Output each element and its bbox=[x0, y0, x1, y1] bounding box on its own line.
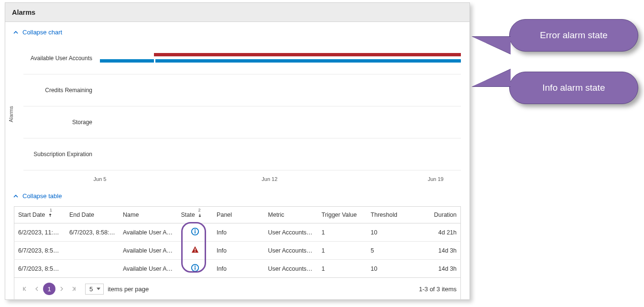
cell-name: Available User Ac… bbox=[119, 260, 177, 278]
col-label: Threshold bbox=[371, 212, 397, 218]
x-tick: Jun 5 bbox=[94, 176, 107, 182]
info-icon bbox=[191, 264, 199, 272]
chart-row-available-user-accounts: Available User Accounts bbox=[23, 42, 461, 74]
alarms-table: Start Date 1 End Date Name State 2 Panel… bbox=[14, 206, 461, 278]
warning-icon bbox=[191, 245, 199, 254]
chart-row-label: Subscription Expiration bbox=[23, 151, 95, 158]
col-panel[interactable]: Panel bbox=[213, 207, 264, 223]
collapse-chart-button[interactable]: Collapse chart bbox=[5, 22, 469, 42]
callout-info-label: Info alarm state bbox=[543, 83, 605, 93]
chart-rows: Available User Accounts Credits Remainin… bbox=[23, 42, 461, 171]
chart-x-axis: Jun 5 Jun 12 Jun 19 bbox=[100, 173, 461, 186]
table-row[interactable]: 6/7/2023, 8:58:53… Available User Ac… In… bbox=[14, 260, 461, 278]
chart-row-label: Storage bbox=[23, 119, 95, 126]
info-icon bbox=[191, 227, 199, 236]
info-bar-2[interactable] bbox=[155, 59, 461, 63]
cell-duration: 14d 3h bbox=[416, 242, 460, 260]
page-number-button[interactable]: 1 bbox=[43, 283, 55, 295]
page-first-icon bbox=[22, 286, 27, 292]
table-row[interactable]: 6/2/2023, 11:58:2… 6/7/2023, 8:58:53… Av… bbox=[14, 223, 461, 242]
cell-end bbox=[65, 242, 119, 260]
chart-row-track bbox=[100, 74, 461, 106]
cell-start: 6/7/2023, 8:58:53… bbox=[14, 242, 65, 260]
chevron-up-icon bbox=[13, 30, 19, 35]
cell-name: Available User Ac… bbox=[119, 242, 177, 260]
x-tick: Jun 12 bbox=[262, 176, 277, 182]
svg-rect-3 bbox=[195, 248, 196, 251]
info-bar-1[interactable] bbox=[100, 59, 154, 63]
cell-threshold: 10 bbox=[367, 260, 416, 278]
col-metric[interactable]: Metric bbox=[264, 207, 318, 223]
col-label: Duration bbox=[434, 212, 457, 218]
sort-order: 1 bbox=[50, 208, 52, 212]
col-label: Panel bbox=[217, 212, 232, 218]
collapse-table-label: Collapse table bbox=[22, 192, 62, 200]
cell-duration: 14d 3h bbox=[416, 260, 460, 278]
chart-row-label: Available User Accounts bbox=[23, 55, 95, 62]
sort-desc-icon bbox=[197, 213, 202, 218]
pager: 1 5 items per page 1-3 of 3 items bbox=[14, 278, 461, 300]
cell-start: 6/7/2023, 8:58:53… bbox=[14, 260, 65, 278]
page-next-button[interactable] bbox=[55, 283, 68, 295]
page-size-select[interactable]: 5 bbox=[85, 284, 104, 295]
cell-state bbox=[177, 242, 213, 260]
chart-row-subscription-expiration: Subscription Expiration bbox=[23, 138, 461, 170]
cell-trigger: 1 bbox=[318, 223, 367, 242]
panel-header: Alarms bbox=[5, 3, 469, 22]
callout-error-label: Error alarm state bbox=[540, 30, 607, 41]
x-tick: Jun 19 bbox=[428, 176, 444, 182]
cell-panel: Info bbox=[213, 242, 264, 260]
col-name[interactable]: Name bbox=[119, 207, 177, 223]
chart-row-track bbox=[100, 138, 461, 170]
page-last-button[interactable] bbox=[68, 283, 80, 295]
col-label: Metric bbox=[268, 212, 284, 218]
col-trigger-value[interactable]: Trigger Value bbox=[318, 207, 367, 223]
cell-name: Available User Ac… bbox=[119, 223, 177, 242]
callout-error-alarm: Error alarm state bbox=[509, 19, 638, 52]
col-label: State bbox=[181, 212, 195, 218]
col-threshold[interactable]: Threshold bbox=[367, 207, 416, 223]
collapse-chart-label: Collapse chart bbox=[22, 29, 62, 36]
cell-panel: Info bbox=[213, 260, 264, 278]
chart-row-track bbox=[100, 106, 461, 138]
cell-end: 6/7/2023, 8:58:53… bbox=[65, 223, 119, 242]
chart-row-credits-remaining: Credits Remaining bbox=[23, 74, 461, 106]
sort-asc-icon bbox=[48, 213, 53, 218]
panel-title: Alarms bbox=[12, 9, 35, 16]
svg-point-6 bbox=[194, 265, 196, 267]
alarms-table-wrap: Start Date 1 End Date Name State 2 Panel… bbox=[14, 206, 461, 300]
cell-threshold: 5 bbox=[367, 242, 416, 260]
cell-metric: User Accounts R… bbox=[264, 242, 318, 260]
error-bar[interactable] bbox=[154, 53, 461, 56]
col-end-date[interactable]: End Date bbox=[65, 207, 119, 223]
cell-trigger: 1 bbox=[318, 242, 367, 260]
col-label: End Date bbox=[69, 212, 94, 218]
page-prev-icon bbox=[34, 286, 40, 292]
page-next-icon bbox=[59, 286, 65, 292]
svg-rect-2 bbox=[195, 231, 196, 233]
col-start-date[interactable]: Start Date 1 bbox=[14, 207, 65, 223]
col-duration[interactable]: Duration bbox=[416, 207, 460, 223]
chart-row-track bbox=[100, 42, 461, 74]
cell-start: 6/2/2023, 11:58:2… bbox=[14, 223, 65, 242]
alarms-chart: Alarms Available User Accounts Credits R… bbox=[14, 42, 461, 186]
alarms-panel: Alarms Collapse chart Alarms Available U… bbox=[5, 2, 470, 300]
table-header-row: Start Date 1 End Date Name State 2 Panel… bbox=[14, 207, 461, 223]
col-label: Start Date bbox=[18, 212, 45, 218]
chevron-up-icon bbox=[13, 193, 19, 199]
cell-metric: User Accounts R… bbox=[264, 260, 318, 278]
table-row[interactable]: 6/7/2023, 8:58:53… Available User Ac… In… bbox=[14, 242, 461, 260]
callout-info-alarm: Info alarm state bbox=[509, 72, 638, 104]
chart-row-storage: Storage bbox=[23, 106, 461, 138]
svg-rect-7 bbox=[195, 267, 196, 270]
svg-point-1 bbox=[194, 229, 196, 231]
sort-order: 2 bbox=[198, 208, 200, 212]
col-label: Trigger Value bbox=[322, 212, 357, 218]
col-state[interactable]: State 2 bbox=[177, 207, 213, 223]
cell-panel: Info bbox=[213, 223, 264, 242]
page-prev-button[interactable] bbox=[31, 283, 43, 295]
page-last-icon bbox=[71, 286, 77, 292]
cell-trigger: 1 bbox=[318, 260, 367, 278]
collapse-table-button[interactable]: Collapse table bbox=[5, 186, 469, 206]
page-first-button[interactable] bbox=[18, 283, 31, 295]
